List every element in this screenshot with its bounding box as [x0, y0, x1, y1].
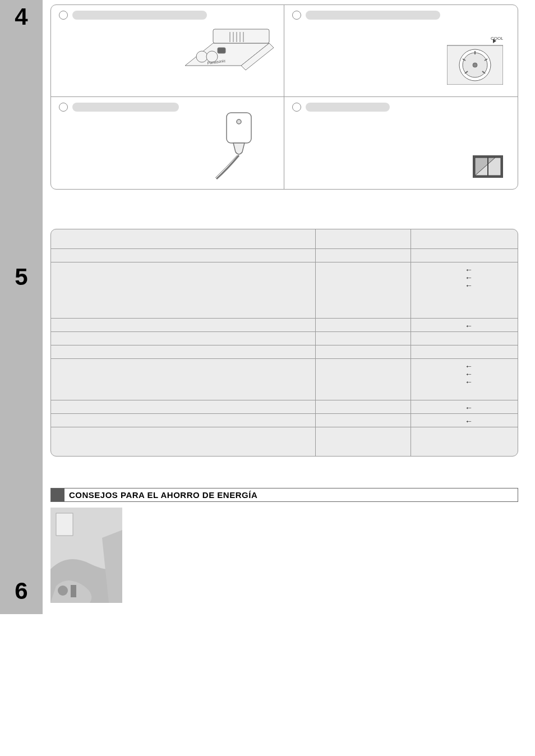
svg-rect-18 [227, 113, 251, 143]
arrow-left-icon: ← [417, 282, 512, 289]
toaster-oven-illustration: Panasonic [179, 21, 275, 88]
table-row: ← [51, 413, 518, 427]
table-row [51, 345, 518, 358]
section-6-title: CONSEJOS PARA EL AHORRO DE ENERGÍA [64, 488, 262, 501]
check-label-placeholder [72, 103, 179, 112]
arrow-left-icon: ← [417, 274, 512, 282]
checklist-grid: Panasonic COOLER [50, 4, 518, 190]
specifications-table: ← ← ← ← ← ← ← [50, 229, 518, 457]
arrow-left-icon: ← [417, 404, 512, 412]
table-row [51, 331, 518, 345]
section-number-6: 6 [15, 578, 27, 605]
checklist-cell-3 [51, 97, 284, 189]
svg-rect-26 [71, 585, 76, 597]
sidebar: 4 5 6 [0, 0, 43, 614]
svg-point-1 [196, 51, 207, 62]
main-content: Panasonic COOLER [43, 0, 535, 614]
arrow-left-icon: ← [417, 417, 512, 425]
window-illustration [473, 155, 503, 178]
svg-rect-24 [56, 513, 73, 536]
cooler-label: COOLER [491, 36, 503, 41]
table-row [51, 229, 518, 248]
table-row [51, 427, 518, 456]
svg-point-12 [473, 63, 477, 67]
check-label-placeholder [306, 11, 440, 20]
temperature-dial-illustration: COOLER [447, 34, 503, 85]
svg-rect-3 [218, 48, 225, 53]
check-label-placeholder [72, 11, 207, 20]
svg-rect-0 [213, 29, 269, 43]
arrow-left-icon: ← [417, 266, 512, 274]
table-row: ← [51, 400, 518, 413]
checklist-cell-1: Panasonic [51, 5, 284, 97]
bullet-circle [59, 103, 68, 112]
checklist-cell-4 [284, 97, 518, 189]
check-label-placeholder [306, 103, 390, 112]
power-plug-illustration [205, 107, 261, 180]
table-row: ← ← ← [51, 262, 518, 318]
svg-point-19 [237, 119, 241, 124]
bullet-circle [59, 11, 68, 20]
section-number-5: 5 [15, 264, 27, 291]
arrow-left-icon: ← [417, 322, 512, 330]
bedroom-photo [50, 508, 122, 603]
section-6-header: CONSEJOS PARA EL AHORRO DE ENERGÍA [50, 488, 518, 502]
bullet-circle [292, 103, 301, 112]
svg-point-25 [58, 586, 68, 596]
arrow-left-icon: ← [417, 362, 512, 370]
header-square-icon [51, 488, 64, 501]
table-row: ← ← ← [51, 358, 518, 400]
checklist-cell-2: COOLER [284, 5, 518, 97]
table-row [51, 248, 518, 262]
section-number-4: 4 [15, 3, 27, 30]
arrow-left-icon: ← [417, 378, 512, 386]
bullet-circle [292, 11, 301, 20]
arrow-left-icon: ← [417, 370, 512, 378]
table-row: ← [51, 318, 518, 331]
